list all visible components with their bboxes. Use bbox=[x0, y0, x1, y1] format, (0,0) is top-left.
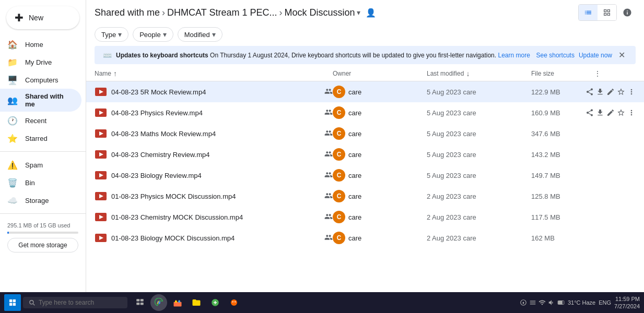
cloud-icon: ☁️ bbox=[7, 195, 18, 206]
taskbar-icon-files[interactable] bbox=[188, 294, 205, 311]
sidebar-divider bbox=[0, 151, 86, 152]
owner-avatar: C bbox=[333, 148, 345, 161]
shared-users-icon bbox=[324, 108, 333, 118]
owner-cell: C care bbox=[333, 190, 427, 202]
file-rows-container: 04-08-23 5R Mock Review.mp4 C care 5 Aug… bbox=[86, 81, 644, 248]
share-button[interactable] bbox=[586, 85, 594, 99]
taskbar-icon-birthday[interactable] bbox=[169, 294, 186, 311]
owner-avatar: C bbox=[333, 106, 345, 119]
new-button[interactable]: ✚ New bbox=[6, 6, 79, 29]
taskbar-icon-task-view[interactable] bbox=[132, 294, 148, 311]
sidebar-item-storage[interactable]: ☁️ Storage bbox=[0, 191, 81, 209]
column-more-icon[interactable]: ⋮ bbox=[594, 69, 601, 78]
modified-cell: 5 Aug 2023 care bbox=[427, 172, 531, 179]
windows-start-button[interactable] bbox=[4, 294, 21, 311]
taskbar-search-bar[interactable] bbox=[23, 297, 127, 308]
sidebar-item-computers[interactable]: 🖥️ Computers bbox=[0, 71, 81, 89]
share-button[interactable] bbox=[586, 105, 594, 120]
owner-avatar: C bbox=[333, 169, 345, 182]
more-options-button[interactable] bbox=[627, 105, 636, 120]
filter-type-button[interactable]: Type ▾ bbox=[95, 27, 128, 42]
file-row[interactable]: 04-08-23 Chemistry Review.mp4 C care 5 A… bbox=[86, 144, 644, 165]
file-row[interactable]: 01-08-23 Physics MOCK Discussion.mp4 C c… bbox=[86, 186, 644, 207]
file-row[interactable]: 04-08-23 Physics Review.mp4 C care 5 Aug… bbox=[86, 102, 644, 123]
owner-name: care bbox=[348, 192, 361, 200]
sidebar-divider-2 bbox=[0, 213, 86, 214]
taskbar-search-input[interactable] bbox=[39, 299, 117, 306]
more-options-button[interactable] bbox=[621, 210, 636, 224]
sidebar-label-computers: Computers bbox=[25, 76, 58, 84]
sidebar-item-recent[interactable]: 🕐 Recent bbox=[0, 112, 81, 129]
taskbar-icon-grass[interactable] bbox=[207, 294, 224, 311]
see-shortcuts-button[interactable]: See shortcuts bbox=[536, 52, 575, 59]
owner-name: care bbox=[348, 130, 361, 138]
star-button[interactable] bbox=[617, 105, 625, 120]
sidebar-label-storage: Storage bbox=[25, 197, 49, 204]
breadcrumb-dhmcat[interactable]: DHMCAT Stream 1 PEC... bbox=[167, 7, 277, 18]
svg-rect-23 bbox=[178, 300, 180, 303]
more-options-button[interactable] bbox=[621, 189, 636, 203]
file-video-icon bbox=[95, 106, 107, 119]
banner-learn-more-link[interactable]: Learn more bbox=[498, 52, 530, 59]
dropdown-chevron-icon: ▾ bbox=[357, 8, 360, 17]
download-button[interactable] bbox=[596, 105, 604, 120]
bin-icon: 🗑️ bbox=[7, 177, 18, 188]
file-row[interactable]: 04-08-23 5R Mock Review.mp4 C care 5 Aug… bbox=[86, 81, 644, 102]
more-options-button[interactable] bbox=[621, 231, 636, 245]
banner-text: Updates to keyboard shortcuts On Thursda… bbox=[116, 52, 532, 59]
breadcrumb-mock-discussion[interactable]: Mock Discussion ▾ bbox=[284, 7, 360, 18]
file-name: 04-08-23 Maths Mock Review.mp4 bbox=[111, 130, 318, 138]
sidebar-item-shared-with-me[interactable]: 👥 Shared with me bbox=[0, 89, 81, 112]
owner-avatar: C bbox=[333, 232, 345, 244]
taskbar-icon-chrome[interactable] bbox=[150, 294, 167, 311]
file-video-icon bbox=[95, 211, 107, 223]
sidebar-item-bin[interactable]: 🗑️ Bin bbox=[0, 174, 81, 191]
manage-members-icon[interactable]: 👤 bbox=[366, 8, 376, 18]
update-now-button[interactable]: Update now bbox=[579, 52, 612, 59]
column-header-owner: Owner bbox=[333, 70, 427, 77]
more-options-button[interactable] bbox=[621, 147, 636, 162]
column-header-modified[interactable]: Last modified ↓ bbox=[427, 69, 531, 78]
shared-users-icon bbox=[324, 233, 333, 243]
file-row[interactable]: 01-08-23 Biology MOCK Discussion.mp4 C c… bbox=[86, 227, 644, 248]
owner-name: care bbox=[348, 88, 361, 96]
sidebar-item-my-drive[interactable]: 📁 My Drive bbox=[0, 53, 81, 71]
column-header-name[interactable]: Name ↑ bbox=[95, 69, 333, 78]
banner-close-button[interactable]: ✕ bbox=[616, 50, 627, 60]
list-view-button[interactable] bbox=[579, 5, 598, 20]
get-more-storage-button[interactable]: Get more storage bbox=[7, 238, 78, 252]
more-options-button[interactable] bbox=[621, 168, 636, 183]
owner-cell: C care bbox=[333, 86, 427, 98]
modified-cell: 2 Aug 2023 care bbox=[427, 234, 531, 242]
download-button[interactable] bbox=[596, 85, 604, 99]
sort-modified-icon: ↓ bbox=[466, 69, 470, 78]
grid-view-button[interactable] bbox=[598, 5, 616, 20]
filter-modified-button[interactable]: Modified ▾ bbox=[178, 27, 223, 42]
edit-button[interactable] bbox=[606, 85, 615, 99]
owner-avatar: C bbox=[333, 86, 345, 98]
info-button[interactable] bbox=[619, 4, 636, 21]
file-row[interactable]: 04-08-23 Biology Review.mp4 C care 5 Aug… bbox=[86, 165, 644, 186]
file-row[interactable]: 01-08-23 Chemistry MOCK Discussion.mp4 C… bbox=[86, 207, 644, 227]
sort-asc-icon: ↑ bbox=[113, 69, 117, 78]
taskbar-icon-fox[interactable] bbox=[226, 294, 242, 311]
file-row[interactable]: 04-08-23 Maths Mock Review.mp4 C care 5 … bbox=[86, 123, 644, 144]
file-name: 04-08-23 5R Mock Review.mp4 bbox=[111, 88, 318, 96]
more-options-button[interactable] bbox=[621, 126, 636, 141]
filter-people-label: People bbox=[139, 31, 160, 39]
owner-cell: C care bbox=[333, 148, 427, 161]
spam-icon: ⚠️ bbox=[7, 160, 18, 170]
filter-modified-chevron: ▾ bbox=[212, 30, 216, 39]
sidebar-item-starred[interactable]: ⭐ Starred bbox=[0, 129, 81, 147]
file-list-header: Name ↑ Owner Last modified ↓ File size ⋮ bbox=[86, 66, 644, 81]
svg-rect-19 bbox=[140, 303, 144, 305]
breadcrumb-shared-with-me[interactable]: Shared with me bbox=[95, 7, 160, 18]
more-options-button[interactable] bbox=[627, 85, 636, 99]
sidebar-item-spam[interactable]: ⚠️ Spam bbox=[0, 156, 81, 174]
shared-users-icon bbox=[324, 171, 333, 180]
filter-people-button[interactable]: People ▾ bbox=[133, 27, 173, 42]
star-button[interactable] bbox=[617, 85, 625, 99]
edit-button[interactable] bbox=[606, 105, 615, 120]
taskbar-tray-icons bbox=[520, 299, 565, 306]
sidebar-item-home[interactable]: 🏠 Home bbox=[0, 35, 81, 53]
